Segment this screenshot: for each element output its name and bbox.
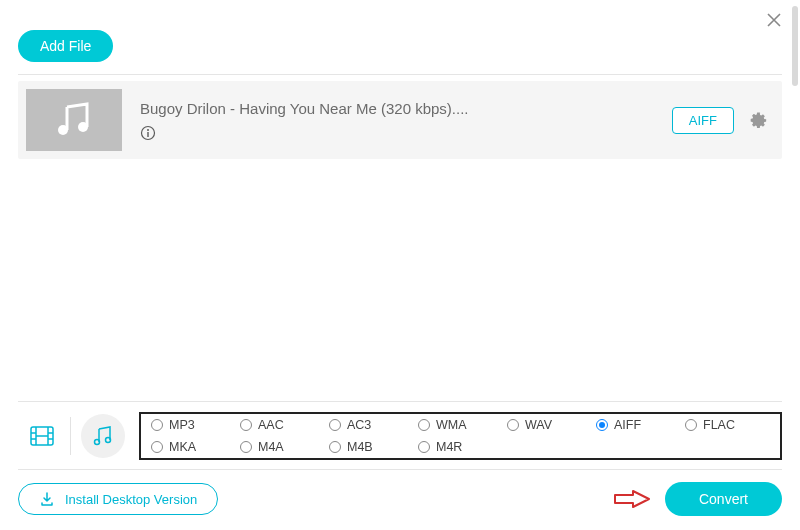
radio-icon <box>329 441 341 453</box>
close-button[interactable] <box>764 10 784 34</box>
close-icon <box>764 10 784 30</box>
download-icon <box>39 491 55 507</box>
svg-rect-4 <box>147 132 148 137</box>
file-title: Bugoy Drilon - Having You Near Me (320 k… <box>140 100 672 117</box>
arrow-right-icon <box>613 489 651 509</box>
format-label: FLAC <box>703 418 735 432</box>
divider <box>18 74 782 75</box>
video-type-button[interactable] <box>26 420 58 452</box>
music-icon <box>91 424 115 448</box>
format-option-aac[interactable]: AAC <box>240 418 325 432</box>
film-icon <box>28 422 56 450</box>
radio-icon <box>685 419 697 431</box>
radio-icon <box>240 441 252 453</box>
convert-button[interactable]: Convert <box>665 482 782 516</box>
footer: Install Desktop Version Convert <box>18 469 782 516</box>
format-label: M4A <box>258 440 284 454</box>
format-label: WMA <box>436 418 467 432</box>
format-label: AIFF <box>614 418 641 432</box>
format-option-wma[interactable]: WMA <box>418 418 503 432</box>
info-icon <box>140 125 156 141</box>
format-label: AAC <box>258 418 284 432</box>
format-option-m4r[interactable]: M4R <box>418 440 503 454</box>
format-option-flac[interactable]: FLAC <box>685 418 770 432</box>
format-label: AC3 <box>347 418 371 432</box>
format-option-m4b[interactable]: M4B <box>329 440 414 454</box>
format-options: MP3AACAC3WMAWAVAIFFFLACMKAM4AM4BM4R <box>139 412 782 460</box>
format-option-aiff[interactable]: AIFF <box>596 418 681 432</box>
radio-icon <box>596 419 608 431</box>
file-thumbnail <box>26 89 122 151</box>
radio-icon <box>418 441 430 453</box>
format-option-wav[interactable]: WAV <box>507 418 592 432</box>
format-option-mp3[interactable]: MP3 <box>151 418 236 432</box>
music-note-icon <box>53 99 95 141</box>
radio-icon <box>151 419 163 431</box>
svg-point-0 <box>58 125 68 135</box>
format-panel: MP3AACAC3WMAWAVAIFFFLACMKAM4AM4BM4R <box>18 401 782 460</box>
radio-icon <box>240 419 252 431</box>
arrow-annotation <box>613 489 651 509</box>
format-option-mka[interactable]: MKA <box>151 440 236 454</box>
gear-icon <box>748 110 768 130</box>
format-label: MKA <box>169 440 196 454</box>
svg-point-14 <box>106 438 111 443</box>
info-button[interactable] <box>140 125 672 141</box>
format-option-m4a[interactable]: M4A <box>240 440 325 454</box>
install-label: Install Desktop Version <box>65 492 197 507</box>
scrollbar[interactable] <box>792 6 798 86</box>
radio-icon <box>329 419 341 431</box>
install-desktop-button[interactable]: Install Desktop Version <box>18 483 218 515</box>
divider <box>70 417 71 455</box>
radio-icon <box>507 419 519 431</box>
svg-point-1 <box>78 122 88 132</box>
radio-icon <box>418 419 430 431</box>
file-row: Bugoy Drilon - Having You Near Me (320 k… <box>18 81 782 159</box>
format-label: M4B <box>347 440 373 454</box>
settings-button[interactable] <box>748 110 768 130</box>
format-label: MP3 <box>169 418 195 432</box>
format-label: M4R <box>436 440 462 454</box>
format-badge[interactable]: AIFF <box>672 107 734 134</box>
svg-point-13 <box>95 440 100 445</box>
svg-point-3 <box>147 129 149 131</box>
add-file-button[interactable]: Add File <box>18 30 113 62</box>
format-option-ac3[interactable]: AC3 <box>329 418 414 432</box>
audio-type-button[interactable] <box>81 414 125 458</box>
format-label: WAV <box>525 418 552 432</box>
radio-icon <box>151 441 163 453</box>
